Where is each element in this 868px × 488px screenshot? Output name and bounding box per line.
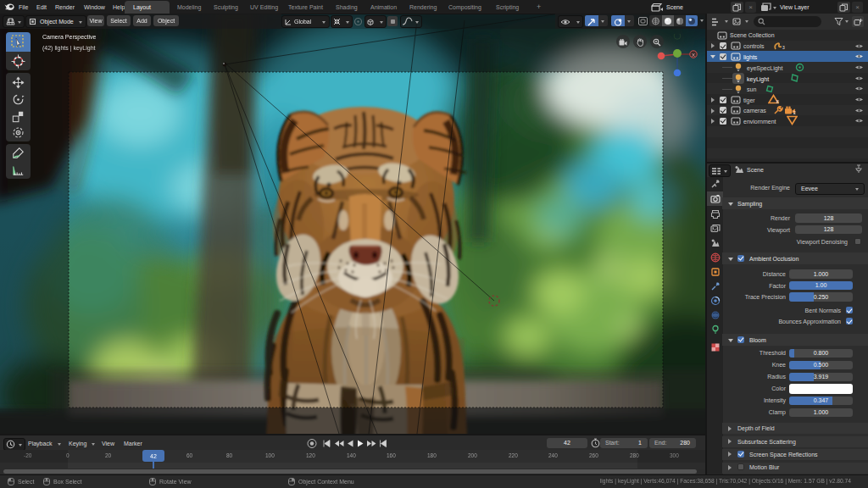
svg-text:X: X — [692, 53, 695, 58]
